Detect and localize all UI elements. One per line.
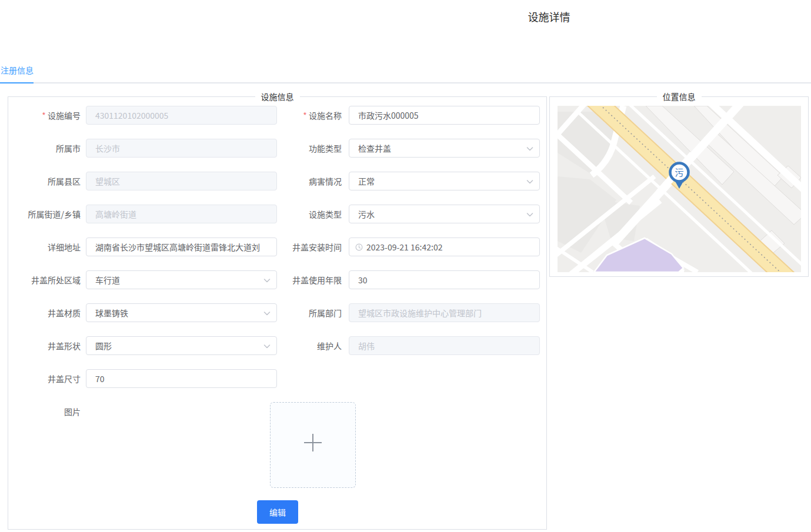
svg-text:污: 污 — [675, 166, 683, 178]
